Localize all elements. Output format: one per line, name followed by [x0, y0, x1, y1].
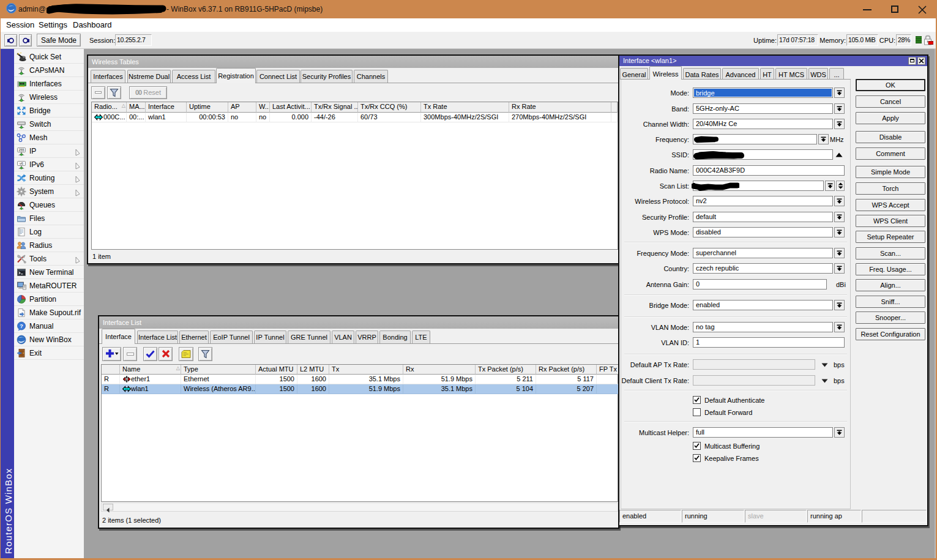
svg-text:v6: v6 — [20, 162, 23, 165]
svg-text:255: 255 — [18, 148, 24, 152]
svg-text:?: ? — [20, 323, 23, 329]
